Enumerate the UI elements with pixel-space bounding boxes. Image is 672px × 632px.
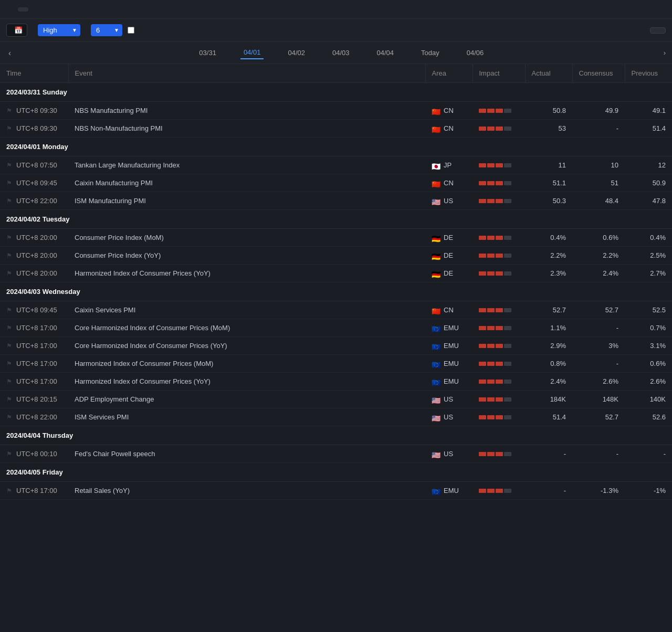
event-name[interactable]: Harmonized Index of Consumer Prices (YoY…	[68, 265, 425, 282]
bookmark-icon[interactable]: ⚑	[6, 342, 12, 350]
impact-bar-1	[487, 344, 495, 348]
event-previous: 47.8	[625, 192, 672, 210]
event-previous: 2.5%	[625, 247, 672, 265]
week-date-04-06[interactable]: 04/06	[464, 47, 487, 59]
impact-bar-2	[496, 109, 503, 113]
area-code: US	[444, 450, 453, 458]
time-value: UTC+8 17:00	[16, 487, 57, 494]
impact-bars	[479, 163, 519, 167]
time-value: UTC+8 22:00	[16, 413, 57, 421]
event-name[interactable]: ISM Manufacturing PMI	[68, 192, 425, 210]
event-name[interactable]: ISM Services PMI	[68, 408, 425, 426]
area-select[interactable]: 6 All	[91, 24, 122, 36]
calendar-icon[interactable]: 📅	[14, 26, 23, 34]
event-time: ⚑UTC+8 20:00	[0, 229, 68, 247]
impact-bar-1	[487, 380, 495, 384]
favorite-checkbox[interactable]	[128, 27, 134, 34]
favorite-checkbox-wrapper[interactable]	[128, 27, 137, 34]
impact-bar-1	[487, 489, 495, 493]
bookmark-icon[interactable]: ⚑	[6, 487, 12, 494]
bookmark-icon[interactable]: ⚑	[6, 378, 12, 385]
event-name[interactable]: Core Harmonized Index of Consumer Prices…	[68, 337, 425, 355]
week-date-04-04[interactable]: 04/04	[374, 47, 397, 59]
impact-bar-3	[504, 489, 511, 493]
col-header-area: Area	[425, 64, 472, 83]
event-previous: -	[625, 445, 672, 463]
prev-arrow[interactable]: ‹	[6, 48, 13, 57]
event-actual: 51.1	[525, 174, 572, 192]
day-header-row: 2024/04/05 Friday	[0, 463, 672, 482]
tab-month[interactable]	[18, 7, 28, 12]
event-name[interactable]: Fed's Chair Powell speech	[68, 445, 425, 463]
week-date-04-01[interactable]: 04/01	[240, 46, 264, 59]
impact-bar-3	[504, 181, 511, 185]
week-date-04-03[interactable]: 04/03	[329, 47, 353, 59]
bookmark-icon[interactable]: ⚑	[6, 162, 12, 169]
week-date-Today[interactable]: Today	[418, 47, 443, 59]
week-date-04-02[interactable]: 04/02	[285, 47, 308, 59]
event-area: 🇪🇺EMU	[425, 319, 472, 337]
event-name[interactable]: NBS Manufacturing PMI	[68, 102, 425, 120]
event-name[interactable]: Consumer Price Index (YoY)	[68, 247, 425, 265]
date-picker[interactable]: 📅	[6, 24, 27, 37]
day-header-row: 2024/04/03 Wednesday	[0, 282, 672, 301]
day-header-row: 2024/03/31 Sunday	[0, 83, 672, 102]
time-value: UTC+8 09:45	[16, 306, 57, 314]
back-today-button[interactable]	[650, 27, 666, 34]
bookmark-icon[interactable]: ⚑	[6, 234, 12, 241]
event-name[interactable]: Harmonized Index of Consumer Prices (YoY…	[68, 373, 425, 391]
event-name[interactable]: Caixin Services PMI	[68, 301, 425, 319]
impact-bar-3	[504, 127, 511, 131]
area-code: CN	[444, 306, 454, 314]
bookmark-icon[interactable]: ⚑	[6, 197, 12, 205]
bookmark-icon[interactable]: ⚑	[6, 450, 12, 458]
bookmark-icon[interactable]: ⚑	[6, 125, 12, 132]
time-value: UTC+8 17:00	[16, 342, 57, 350]
area-code: DE	[444, 269, 453, 277]
event-name[interactable]: Tankan Large Manufacturing Index	[68, 156, 425, 174]
event-name[interactable]: Retail Sales (YoY)	[68, 482, 425, 500]
event-name[interactable]: Consumer Price Index (MoM)	[68, 229, 425, 247]
week-date-03-31[interactable]: 03/31	[196, 47, 219, 59]
event-area: 🇨🇳CN	[425, 120, 472, 138]
day-header-cell: 2024/04/02 Tuesday	[0, 210, 672, 229]
bookmark-icon[interactable]: ⚑	[6, 396, 12, 403]
area-select-wrapper: 6 All ▼	[91, 24, 122, 36]
bookmark-icon[interactable]: ⚑	[6, 307, 12, 314]
event-name[interactable]: NBS Non-Manufacturing PMI	[68, 120, 425, 138]
impact-select[interactable]: High Medium Low	[38, 24, 80, 36]
event-previous: 140K	[625, 391, 672, 408]
impact-bar-1	[487, 271, 495, 276]
event-time: ⚑UTC+8 17:00	[0, 337, 68, 355]
event-consensus: 0.6%	[572, 229, 625, 247]
bookmark-icon[interactable]: ⚑	[6, 252, 12, 259]
impact-bar-3	[504, 415, 511, 419]
event-area: 🇩🇪DE	[425, 229, 472, 247]
event-consensus: -	[572, 319, 625, 337]
bookmark-icon[interactable]: ⚑	[6, 270, 12, 277]
impact-bar-3	[504, 380, 511, 384]
impact-bar-2	[496, 415, 503, 419]
event-consensus: 52.7	[572, 301, 625, 319]
bookmark-icon[interactable]: ⚑	[6, 180, 12, 187]
calendar-table-wrapper: TimeEventAreaImpactActualConsensusPrevio…	[0, 64, 672, 500]
event-name[interactable]: Core Harmonized Index of Consumer Prices…	[68, 319, 425, 337]
event-impact	[472, 482, 525, 500]
table-row: ⚑UTC+8 17:00Core Harmonized Index of Con…	[0, 319, 672, 337]
bookmark-icon[interactable]: ⚑	[6, 107, 12, 114]
tab-day[interactable]	[4, 7, 15, 12]
event-actual: 0.8%	[525, 355, 572, 373]
event-name[interactable]: ADP Employment Change	[68, 391, 425, 408]
event-name[interactable]: Harmonized Index of Consumer Prices (MoM…	[68, 355, 425, 373]
event-area: 🇩🇪DE	[425, 265, 472, 282]
event-name[interactable]: Caixin Manufacturing PMI	[68, 174, 425, 192]
bookmark-icon[interactable]: ⚑	[6, 360, 12, 367]
next-week-label[interactable]: ›	[662, 49, 666, 57]
toolbar: 📅 High Medium Low ▼ 6 All ▼	[0, 19, 672, 42]
event-previous: 52.5	[625, 301, 672, 319]
table-row: ⚑UTC+8 20:00Consumer Price Index (MoM)🇩🇪…	[0, 229, 672, 247]
event-previous: 0.6%	[625, 355, 672, 373]
event-time: ⚑UTC+8 22:00	[0, 408, 68, 426]
bookmark-icon[interactable]: ⚑	[6, 414, 12, 421]
bookmark-icon[interactable]: ⚑	[6, 324, 12, 332]
